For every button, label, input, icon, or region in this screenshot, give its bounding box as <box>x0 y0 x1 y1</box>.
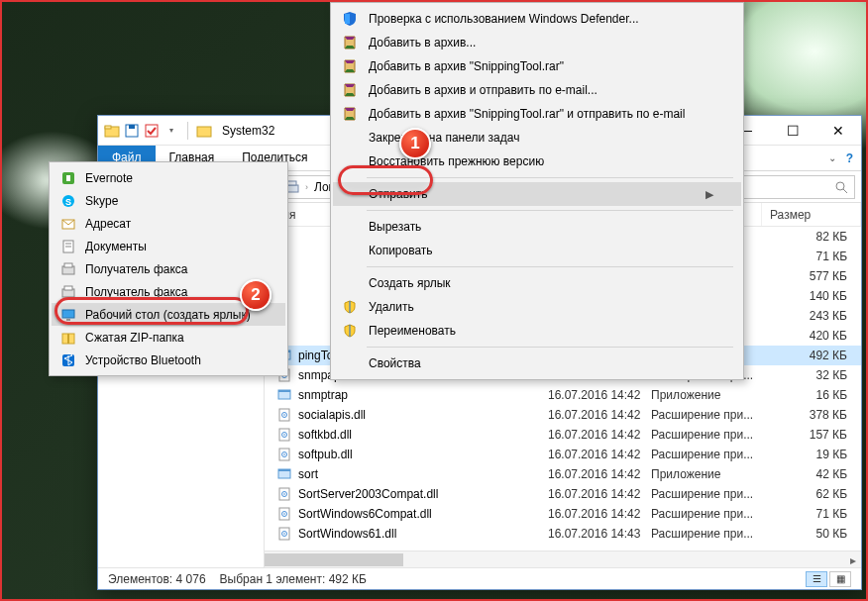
menu-label: Удалить <box>369 300 414 314</box>
file-size: 42 КБ <box>762 467 861 481</box>
file-date: 16.07.2016 14:42 <box>540 448 643 461</box>
context-menu-item[interactable]: Переименовать <box>333 319 741 343</box>
file-row[interactable]: SortWindows6Compat.dll16.07.2016 14:42Ра… <box>265 504 861 524</box>
svg-rect-63 <box>66 319 70 321</box>
svg-rect-62 <box>62 310 74 318</box>
context-menu-item[interactable]: Добавить в архив и отправить по e-mail..… <box>333 78 741 102</box>
svg-rect-65 <box>67 334 69 344</box>
context-menu-item[interactable]: Создать ярлык <box>333 271 741 295</box>
file-row[interactable]: softpub.dll16.07.2016 14:42Расширение пр… <box>265 445 861 464</box>
context-menu: Проверка с использованием Windows Defend… <box>330 2 744 380</box>
sendto-menu-item[interactable]: Документы <box>52 235 285 257</box>
context-menu-item[interactable]: Удалить <box>333 295 741 319</box>
sendto-menu-item[interactable]: Получатель факса <box>52 257 285 280</box>
file-row[interactable]: socialapis.dll16.07.2016 14:42Расширение… <box>265 405 861 425</box>
file-row[interactable]: softkbd.dll16.07.2016 14:42Расширение пр… <box>265 425 861 445</box>
context-menu-item[interactable]: Восстановить прежнюю версию <box>333 150 741 173</box>
menu-label: Evernote <box>85 171 133 185</box>
sendto-menu-item[interactable]: Получатель факса <box>52 280 285 303</box>
help-icon[interactable]: ? <box>846 151 853 165</box>
mail-icon <box>59 215 77 233</box>
svg-rect-5 <box>197 127 211 137</box>
defender-icon <box>341 10 359 28</box>
fax-icon <box>59 260 77 278</box>
view-icons-button[interactable]: ▦ <box>829 571 851 587</box>
file-size: 71 КБ <box>762 507 861 521</box>
file-size: 19 КБ <box>762 448 861 461</box>
sendto-menu-item[interactable]: Сжатая ZIP-папка <box>52 326 285 349</box>
sendto-menu-item[interactable]: Evernote <box>52 166 285 189</box>
file-type: Приложение <box>643 388 762 402</box>
window-title: System32 <box>216 124 274 138</box>
file-row[interactable]: SortWindows61.dll16.07.2016 14:43Расшире… <box>265 524 861 544</box>
dropdown-icon[interactable]: ▾ <box>163 123 179 139</box>
sendto-submenu: EvernoteSSkypeАдресатДокументыПолучатель… <box>49 161 288 376</box>
sendto-menu-item[interactable]: Рабочий стол (создать ярлык) <box>52 303 285 326</box>
svg-rect-29 <box>278 390 290 392</box>
menu-label: Устройство Bluetooth <box>85 353 201 367</box>
svg-text:S: S <box>65 197 71 207</box>
menu-label: Переименовать <box>369 324 456 338</box>
context-menu-item[interactable]: Копировать <box>333 239 741 262</box>
titlebar-folder-icon <box>196 123 212 139</box>
menu-label: Skype <box>85 194 118 208</box>
svg-rect-50 <box>345 14 350 24</box>
status-bar: Элементов: 4 076 Выбран 1 элемент: 492 К… <box>98 567 861 589</box>
file-type: Расширение при... <box>643 487 762 501</box>
menu-label: Создать ярлык <box>369 276 451 290</box>
file-size: 243 КБ <box>762 309 861 323</box>
file-row[interactable]: sort16.07.2016 14:42Приложение42 КБ <box>265 464 861 484</box>
svg-point-43 <box>283 493 285 495</box>
dll-icon <box>276 526 292 542</box>
file-date: 16.07.2016 14:42 <box>540 428 643 442</box>
file-row[interactable]: SortServer2003Compat.dll16.07.2016 14:42… <box>265 484 861 504</box>
maximize-button[interactable]: ☐ <box>770 116 815 146</box>
file-row[interactable]: snmptrap16.07.2016 14:42Приложение16 КБ <box>265 385 861 405</box>
file-name: sort <box>298 467 318 481</box>
sendto-menu-item[interactable]: Устройство Bluetooth <box>52 349 285 371</box>
context-menu-item[interactable]: Добавить в архив "SnippingTool.rar" <box>333 54 741 78</box>
menu-label: Закрепить на панели задач <box>369 131 519 145</box>
bt-icon <box>59 351 77 369</box>
close-button[interactable]: ✕ <box>815 116 861 146</box>
file-size: 16 КБ <box>762 388 861 402</box>
sendto-menu-item[interactable]: SSkype <box>52 189 285 212</box>
file-size: 378 КБ <box>762 408 861 422</box>
context-menu-item[interactable]: Закрепить на панели задач <box>333 126 741 150</box>
menu-label: Добавить в архив "SnippingTool.rar" <box>369 59 564 73</box>
file-date: 16.07.2016 14:42 <box>540 487 643 501</box>
save-icon[interactable] <box>124 123 140 139</box>
file-size: 140 КБ <box>762 289 861 303</box>
context-menu-item[interactable]: Вырезать <box>333 215 741 239</box>
file-name: softpub.dll <box>298 448 353 461</box>
context-menu-item[interactable]: Добавить в архив... <box>333 31 741 54</box>
context-menu-item[interactable]: Добавить в архив "SnippingTool.rar" и от… <box>333 102 741 126</box>
scrollbar-thumb[interactable] <box>265 553 403 566</box>
svg-point-49 <box>283 533 285 535</box>
dll-icon <box>276 486 292 502</box>
menu-label: Рабочий стол (создать ярлык) <box>85 308 251 322</box>
svg-point-8 <box>836 182 844 190</box>
horizontal-scrollbar[interactable]: ▸ <box>265 551 861 567</box>
fax-icon <box>59 283 77 301</box>
svg-rect-3 <box>129 125 135 129</box>
file-size: 71 КБ <box>762 250 861 263</box>
svg-point-35 <box>283 434 285 436</box>
menu-label: Вырезать <box>369 220 421 234</box>
file-name: socialapis.dll <box>298 408 366 422</box>
file-size: 50 КБ <box>762 527 861 541</box>
col-size[interactable]: Размер <box>762 203 861 226</box>
app-icon <box>276 387 292 403</box>
sendto-menu-item[interactable]: Адресат <box>52 212 285 235</box>
ribbon-expand-icon[interactable]: ⌄ <box>828 152 836 163</box>
dll-icon <box>276 447 292 462</box>
scroll-right-icon[interactable]: ▸ <box>844 551 861 568</box>
view-details-button[interactable]: ☰ <box>806 571 827 587</box>
context-menu-item[interactable]: Отправить▶ <box>333 182 741 206</box>
context-menu-item[interactable]: Проверка с использованием Windows Defend… <box>333 7 741 31</box>
file-name: softkbd.dll <box>298 428 352 442</box>
svg-point-46 <box>283 513 285 515</box>
docs-icon <box>59 238 77 255</box>
checkbox-icon[interactable] <box>144 123 160 139</box>
context-menu-item[interactable]: Свойства <box>333 351 741 375</box>
